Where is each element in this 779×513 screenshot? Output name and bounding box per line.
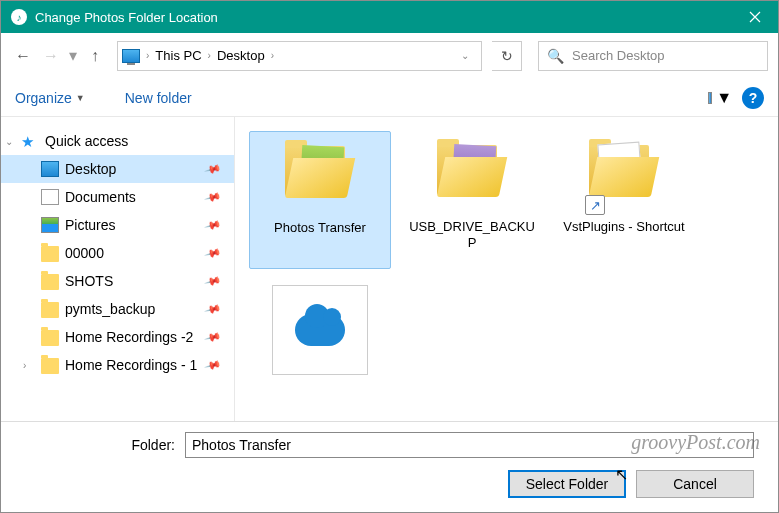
folder-icon xyxy=(41,246,59,262)
expand-icon[interactable]: › xyxy=(23,360,26,371)
chevron-right-icon: › xyxy=(144,50,151,61)
app-icon: ♪ xyxy=(11,9,27,25)
folder-icon xyxy=(41,330,59,346)
item-label: VstPlugins - Shortcut xyxy=(563,219,684,235)
shortcut-arrow-icon: ↗ xyxy=(585,195,605,215)
sidebar-item-label: pymts_backup xyxy=(65,301,155,317)
folder-name-row: Folder: xyxy=(15,432,764,458)
breadcrumb-root[interactable]: This PC xyxy=(151,48,205,63)
cloud-icon xyxy=(295,314,345,346)
help-button[interactable]: ? xyxy=(742,87,764,109)
new-folder-button[interactable]: New folder xyxy=(125,90,192,106)
document-icon xyxy=(41,189,59,205)
folder-item-usb-backup[interactable]: USB_DRIVE_BACKUP xyxy=(401,131,543,269)
search-placeholder: Search Desktop xyxy=(572,48,665,63)
organize-menu[interactable]: Organize ▼ xyxy=(15,90,85,106)
sidebar-item-documents[interactable]: Documents 📌 xyxy=(1,183,234,211)
navigation-pane[interactable]: ⌄ ★ Quick access Desktop 📌 Documents 📌 P… xyxy=(1,117,235,421)
desktop-icon xyxy=(41,161,59,177)
titlebar: ♪ Change Photos Folder Location xyxy=(1,1,778,33)
chevron-down-icon: ▼ xyxy=(76,93,85,103)
folder-item-vstplugins-shortcut[interactable]: ↗ VstPlugins - Shortcut xyxy=(553,131,695,269)
star-icon: ★ xyxy=(21,133,39,149)
onedrive-item[interactable] xyxy=(249,279,391,381)
pin-icon: 📌 xyxy=(204,216,223,234)
search-icon: 🔍 xyxy=(547,48,564,64)
pin-icon: 📌 xyxy=(204,244,223,262)
pin-icon: 📌 xyxy=(204,272,223,290)
navigation-bar: ← → ▾ ↑ › This PC › Desktop › ⌄ ↻ 🔍 Sear… xyxy=(1,33,778,79)
file-list[interactable]: Photos Transfer USB_DRIVE_BACKUP ↗ VstPl… xyxy=(235,117,778,421)
onedrive-thumbnail xyxy=(272,285,368,375)
this-pc-icon xyxy=(122,49,140,63)
pin-icon: 📌 xyxy=(204,188,223,206)
back-button[interactable]: ← xyxy=(11,44,35,68)
sidebar-item-label: SHOTS xyxy=(65,273,113,289)
quick-access-label: Quick access xyxy=(45,133,128,149)
address-bar[interactable]: › This PC › Desktop › ⌄ xyxy=(117,41,482,71)
select-folder-button[interactable]: Select Folder xyxy=(508,470,626,498)
dialog-window: ♪ Change Photos Folder Location ← → ▾ ↑ … xyxy=(0,0,779,513)
folder-item-photos-transfer[interactable]: Photos Transfer xyxy=(249,131,391,269)
chevron-down-icon: ▼ xyxy=(716,89,732,107)
chevron-right-icon: › xyxy=(269,50,276,61)
new-folder-label: New folder xyxy=(125,90,192,106)
sidebar-item-label: Pictures xyxy=(65,217,116,233)
sidebar-item-folder[interactable]: 00000 📌 xyxy=(1,239,234,267)
sidebar-item-folder[interactable]: Home Recordings -2 📌 xyxy=(1,323,234,351)
pin-icon: 📌 xyxy=(204,328,223,346)
quick-access-node[interactable]: ⌄ ★ Quick access xyxy=(1,127,234,155)
search-input[interactable]: 🔍 Search Desktop xyxy=(538,41,768,71)
sidebar-item-label: Documents xyxy=(65,189,136,205)
close-button[interactable] xyxy=(732,1,778,33)
recent-dropdown[interactable]: ▾ xyxy=(69,46,77,65)
sidebar-item-folder[interactable]: SHOTS 📌 xyxy=(1,267,234,295)
command-bar: Organize ▼ New folder ▼ ? xyxy=(1,79,778,117)
dialog-buttons: Select Folder Cancel xyxy=(15,470,764,498)
close-icon xyxy=(749,11,761,23)
item-label: Photos Transfer xyxy=(274,220,366,236)
folder-label: Folder: xyxy=(15,437,185,453)
sidebar-item-label: Home Recordings - 1 xyxy=(65,357,197,373)
item-label: USB_DRIVE_BACKUP xyxy=(407,219,537,252)
dialog-footer: Folder: Select Folder Cancel xyxy=(1,422,778,512)
folder-thumbnail xyxy=(433,137,511,215)
sidebar-item-desktop[interactable]: Desktop 📌 xyxy=(1,155,234,183)
explorer-body: ⌄ ★ Quick access Desktop 📌 Documents 📌 P… xyxy=(1,117,778,422)
pin-icon: 📌 xyxy=(204,160,223,178)
chevron-right-icon: › xyxy=(206,50,213,61)
sidebar-item-folder[interactable]: › Home Recordings - 1 📌 xyxy=(1,351,234,379)
folder-icon xyxy=(41,274,59,290)
window-title: Change Photos Folder Location xyxy=(35,10,732,25)
address-dropdown[interactable]: ⌄ xyxy=(453,50,477,61)
forward-button[interactable]: → xyxy=(39,44,63,68)
organize-label: Organize xyxy=(15,90,72,106)
sidebar-item-pictures[interactable]: Pictures 📌 xyxy=(1,211,234,239)
sidebar-item-label: Home Recordings -2 xyxy=(65,329,193,345)
folder-name-input[interactable] xyxy=(185,432,754,458)
folder-icon xyxy=(41,302,59,318)
up-button[interactable]: ↑ xyxy=(83,44,107,68)
sidebar-item-label: 00000 xyxy=(65,245,104,261)
view-options-button[interactable]: ▼ xyxy=(708,88,732,108)
folder-thumbnail xyxy=(281,138,359,216)
breadcrumb-leaf[interactable]: Desktop xyxy=(213,48,269,63)
pictures-icon xyxy=(41,217,59,233)
pin-icon: 📌 xyxy=(204,300,223,318)
cancel-button[interactable]: Cancel xyxy=(636,470,754,498)
sidebar-item-folder[interactable]: pymts_backup 📌 xyxy=(1,295,234,323)
folder-thumbnail: ↗ xyxy=(585,137,663,215)
refresh-button[interactable]: ↻ xyxy=(492,41,522,71)
view-icon xyxy=(708,92,712,104)
expand-icon[interactable]: ⌄ xyxy=(5,136,13,147)
folder-icon xyxy=(41,358,59,374)
sidebar-item-label: Desktop xyxy=(65,161,116,177)
pin-icon: 📌 xyxy=(204,356,223,374)
